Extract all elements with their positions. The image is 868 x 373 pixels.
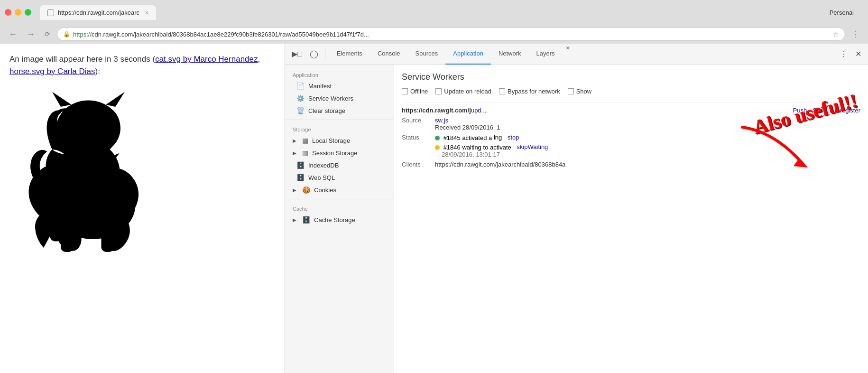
reload-button[interactable]: ⟳ bbox=[42, 29, 53, 39]
clients-label: Clients bbox=[402, 161, 435, 168]
svg-rect-7 bbox=[112, 218, 124, 242]
sidebar-session-storage-label: Session Storage bbox=[312, 149, 357, 157]
page-text-middle: , bbox=[258, 55, 260, 64]
minimize-button[interactable] bbox=[15, 9, 21, 16]
device-toolbar-button[interactable]: ◯ bbox=[307, 47, 321, 60]
sidebar-item-local-storage[interactable]: ▶ ▦ Local Storage bbox=[285, 134, 394, 147]
sync-link[interactable]: Sync bbox=[813, 107, 826, 114]
tab-sources[interactable]: Sources bbox=[408, 44, 446, 65]
sidebar-item-service-workers[interactable]: ⚙️ Service Workers bbox=[285, 92, 394, 104]
status-value: #1845 activated a ing stop #1846 waiting… bbox=[435, 134, 548, 158]
tab-application[interactable]: Application bbox=[445, 44, 491, 65]
url-host: cdn.rawgit.com bbox=[92, 31, 133, 38]
status-2-text: #1846 waiting to activate bbox=[443, 144, 511, 151]
browser-tab[interactable]: https://cdn.rawgit.com/jakearc × bbox=[40, 5, 156, 20]
url-https: https:// bbox=[73, 31, 92, 38]
indexeddb-icon: 🗄️ bbox=[296, 161, 305, 169]
update-on-reload-checkbox[interactable]: Update on reload bbox=[435, 88, 491, 95]
stop-link[interactable]: stop bbox=[508, 134, 519, 141]
tab-layers[interactable]: Layers bbox=[529, 44, 563, 65]
source-label: Source bbox=[402, 117, 435, 124]
sidebar-manifest-label: Manifest bbox=[308, 83, 332, 90]
offline-label: Offline bbox=[410, 88, 428, 95]
menu-icon[interactable]: ⋮ bbox=[849, 29, 862, 40]
sidebar-websql-label: Web SQL bbox=[308, 174, 335, 181]
maximize-button[interactable] bbox=[25, 9, 31, 16]
cache-storage-icon: 🗄️ bbox=[302, 216, 310, 224]
status-1: #1845 activated a ing stop bbox=[435, 134, 548, 141]
close-button[interactable] bbox=[5, 9, 11, 16]
address-bar: ← → ⟳ 🔒 https://cdn.rawgit.com/jakearchi… bbox=[0, 25, 868, 44]
url-path: /jakearchibald/80368b84ac1ae8e229fc90b3f… bbox=[133, 31, 369, 38]
horse-svg-link[interactable]: horse.svg by Carla Dias bbox=[9, 67, 95, 76]
skip-waiting-link[interactable]: skipWaiting bbox=[517, 143, 548, 150]
forward-button[interactable]: → bbox=[24, 28, 38, 40]
status-label: Status bbox=[402, 134, 435, 141]
tab-elements[interactable]: Elements bbox=[329, 44, 370, 65]
tab-elements-label: Elements bbox=[337, 50, 362, 57]
sidebar-section-application: Application bbox=[285, 68, 394, 80]
worker-source-row: Source sw.js Received 28/09/2016, 1 bbox=[402, 117, 860, 131]
sidebar-item-cookies[interactable]: ▶ 🍪 Cookies bbox=[285, 184, 394, 196]
panel-options: Offline Update on reload Bypass for netw… bbox=[402, 88, 860, 95]
bypass-network-checkbox[interactable]: Bypass for network bbox=[499, 88, 560, 95]
url-bar[interactable]: 🔒 https://cdn.rawgit.com/jakearchibald/8… bbox=[57, 28, 845, 41]
clear-storage-icon: 🗑️ bbox=[296, 107, 305, 114]
cat-image bbox=[9, 85, 180, 265]
sidebar-item-clear-storage[interactable]: 🗑️ Clear storage bbox=[285, 104, 394, 117]
clients-value: https://cdn.rawgit.com/jakearchibald/803… bbox=[435, 161, 565, 168]
sidebar-item-websql[interactable]: 🗄️ Web SQL bbox=[285, 171, 394, 184]
show-checkbox-box[interactable] bbox=[568, 88, 574, 94]
push-link[interactable]: Push bbox=[793, 107, 807, 114]
profile-label: Personal bbox=[830, 9, 863, 16]
show-checkbox[interactable]: Show bbox=[568, 88, 592, 95]
cat-svg-link[interactable]: cat.svg by Marco Hernandez bbox=[155, 55, 258, 64]
inspect-element-button[interactable]: ▶□ bbox=[289, 47, 305, 60]
unregister-link[interactable]: Unregister bbox=[832, 107, 860, 114]
update-on-reload-checkbox-box[interactable] bbox=[435, 88, 442, 94]
status-1-dot bbox=[435, 136, 440, 140]
sidebar-item-cache-storage[interactable]: ▶ 🗄️ Cache Storage bbox=[285, 214, 394, 226]
cookies-icon: 🍪 bbox=[302, 186, 310, 194]
sidebar-item-session-storage[interactable]: ▶ ▦ Session Storage bbox=[285, 147, 394, 159]
service-workers-icon: ⚙️ bbox=[296, 94, 305, 102]
tab-application-label: Application bbox=[453, 50, 483, 57]
sidebar-section-storage: Storage bbox=[285, 123, 394, 134]
tab-favicon bbox=[47, 9, 54, 16]
tab-close-button[interactable]: × bbox=[145, 9, 148, 16]
sidebar-divider-2 bbox=[285, 199, 394, 199]
offline-checkbox-box[interactable] bbox=[402, 88, 408, 94]
sidebar-service-workers-label: Service Workers bbox=[308, 95, 353, 102]
back-button[interactable]: ← bbox=[6, 28, 20, 40]
cookies-arrow: ▶ bbox=[293, 187, 296, 193]
more-tabs-button[interactable]: » bbox=[563, 44, 574, 65]
sidebar-item-indexeddb[interactable]: 🗄️ IndexedDB bbox=[285, 159, 394, 171]
worker-url-text: https://cdn.rawgit.com/j bbox=[402, 107, 471, 114]
security-icon: 🔒 bbox=[63, 31, 70, 37]
devtools-sidebar: Application 📄 Manifest ⚙️ Service Worker… bbox=[285, 65, 394, 373]
devtools-main-panel: Service Workers Offline Update on reload bbox=[394, 65, 868, 373]
session-storage-icon: ▦ bbox=[302, 149, 308, 157]
source-link[interactable]: sw.js bbox=[435, 117, 448, 124]
status-2-dot bbox=[435, 145, 440, 150]
tab-sources-label: Sources bbox=[416, 50, 438, 57]
worker-url-suffix: upd... bbox=[471, 107, 487, 114]
bypass-network-label: Bypass for network bbox=[508, 88, 560, 95]
offline-checkbox[interactable]: Offline bbox=[402, 88, 428, 95]
traffic-lights bbox=[5, 9, 31, 16]
svg-rect-6 bbox=[50, 218, 62, 242]
page-text-before: An image will appear here in 3 seconds ( bbox=[9, 55, 155, 64]
new-tab-button[interactable] bbox=[156, 5, 185, 20]
bypass-network-checkbox-box[interactable] bbox=[499, 88, 505, 94]
devtools-close-button[interactable]: ✕ bbox=[852, 47, 864, 60]
devtools-more-options[interactable]: ⋮ bbox=[837, 47, 850, 60]
title-bar: https://cdn.rawgit.com/jakearc × Persona… bbox=[0, 0, 868, 25]
sidebar-local-storage-label: Local Storage bbox=[312, 137, 350, 144]
tab-console[interactable]: Console bbox=[370, 44, 408, 65]
show-label: Show bbox=[576, 88, 592, 95]
tab-network[interactable]: Network bbox=[491, 44, 529, 65]
bookmark-icon[interactable]: ☆ bbox=[833, 30, 839, 38]
status-1-suffix: ing bbox=[494, 134, 502, 141]
devtools-end-icons: ⋮ ✕ bbox=[837, 47, 864, 60]
sidebar-item-manifest[interactable]: 📄 Manifest bbox=[285, 80, 394, 92]
